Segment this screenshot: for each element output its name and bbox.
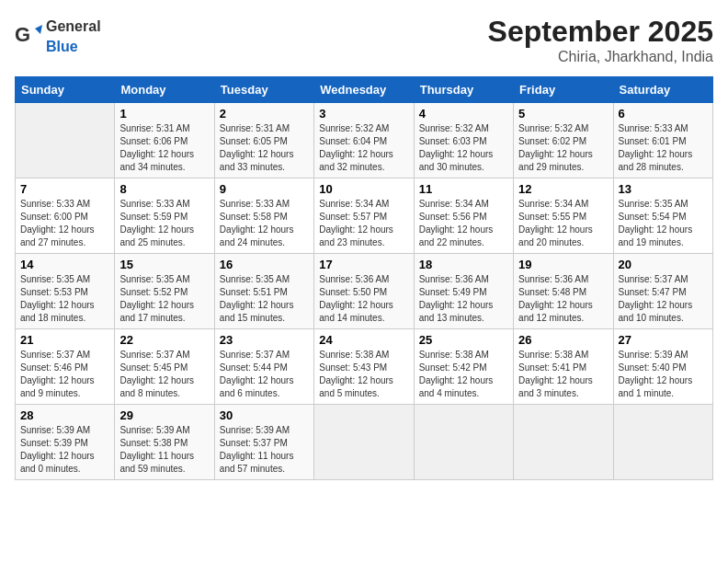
day-info: Sunrise: 5:37 AM Sunset: 5:44 PM Dayligh… [220, 349, 309, 400]
day-number: 14 [20, 258, 109, 271]
day-number: 27 [619, 333, 708, 347]
week-row-1: 1Sunrise: 5:31 AM Sunset: 6:06 PM Daylig… [16, 103, 713, 178]
table-row: 4Sunrise: 5:32 AM Sunset: 6:03 PM Daylig… [414, 103, 513, 178]
table-row: 14Sunrise: 5:35 AM Sunset: 5:53 PM Dayli… [16, 254, 115, 329]
day-info: Sunrise: 5:35 AM Sunset: 5:52 PM Dayligh… [119, 273, 209, 325]
day-number: 22 [119, 333, 209, 347]
table-row: 2Sunrise: 5:31 AM Sunset: 6:05 PM Daylig… [214, 103, 313, 178]
col-saturday: Saturday [613, 77, 712, 103]
table-row: 1Sunrise: 5:31 AM Sunset: 6:06 PM Daylig… [115, 103, 214, 178]
day-number: 15 [119, 258, 209, 271]
day-info: Sunrise: 5:35 AM Sunset: 5:51 PM Dayligh… [220, 273, 309, 325]
day-info: Sunrise: 5:33 AM Sunset: 5:58 PM Dayligh… [220, 198, 309, 249]
calendar-title: September 2025 [488, 15, 713, 49]
day-info: Sunrise: 5:33 AM Sunset: 5:59 PM Dayligh… [119, 198, 209, 249]
table-row [613, 405, 712, 480]
table-row [314, 405, 414, 480]
day-number: 30 [220, 408, 309, 422]
logo-general: General [46, 18, 101, 34]
day-number: 16 [220, 258, 309, 271]
day-info: Sunrise: 5:36 AM Sunset: 5:48 PM Dayligh… [518, 273, 608, 325]
day-number: 10 [319, 182, 408, 196]
table-row: 19Sunrise: 5:36 AM Sunset: 5:48 PM Dayli… [514, 254, 613, 329]
week-row-5: 28Sunrise: 5:39 AM Sunset: 5:39 PM Dayli… [16, 405, 713, 480]
day-info: Sunrise: 5:33 AM Sunset: 6:00 PM Dayligh… [20, 198, 109, 249]
day-number: 21 [20, 333, 109, 347]
day-info: Sunrise: 5:39 AM Sunset: 5:38 PM Dayligh… [119, 424, 209, 476]
table-row: 26Sunrise: 5:38 AM Sunset: 5:41 PM Dayli… [514, 329, 613, 405]
day-number: 7 [20, 182, 109, 196]
table-row: 24Sunrise: 5:38 AM Sunset: 5:43 PM Dayli… [314, 329, 414, 405]
calendar-subtitle: Chiria, Jharkhand, India [488, 49, 713, 65]
col-monday: Monday [115, 77, 214, 103]
col-thursday: Thursday [414, 77, 513, 103]
day-number: 29 [119, 408, 209, 422]
day-number: 19 [518, 258, 608, 271]
day-info: Sunrise: 5:32 AM Sunset: 6:03 PM Dayligh… [419, 122, 508, 174]
table-row: 6Sunrise: 5:33 AM Sunset: 6:01 PM Daylig… [613, 103, 712, 178]
svg-text:G: G [15, 23, 30, 46]
day-number: 2 [220, 107, 309, 121]
day-info: Sunrise: 5:38 AM Sunset: 5:42 PM Dayligh… [419, 349, 508, 400]
day-number: 13 [619, 182, 708, 196]
day-number: 5 [518, 107, 608, 121]
table-row: 3Sunrise: 5:32 AM Sunset: 6:04 PM Daylig… [314, 103, 414, 178]
day-info: Sunrise: 5:37 AM Sunset: 5:45 PM Dayligh… [119, 349, 209, 400]
day-info: Sunrise: 5:37 AM Sunset: 5:47 PM Dayligh… [619, 273, 708, 325]
table-row: 20Sunrise: 5:37 AM Sunset: 5:47 PM Dayli… [613, 254, 712, 329]
table-row: 8Sunrise: 5:33 AM Sunset: 5:59 PM Daylig… [115, 178, 214, 254]
day-info: Sunrise: 5:34 AM Sunset: 5:55 PM Dayligh… [518, 198, 608, 249]
logo-icon: G [15, 21, 42, 49]
table-row: 30Sunrise: 5:39 AM Sunset: 5:37 PM Dayli… [214, 405, 313, 480]
day-number: 24 [319, 333, 408, 347]
table-row [414, 405, 513, 480]
day-info: Sunrise: 5:35 AM Sunset: 5:53 PM Dayligh… [20, 273, 109, 325]
col-wednesday: Wednesday [314, 77, 414, 103]
table-row: 7Sunrise: 5:33 AM Sunset: 6:00 PM Daylig… [16, 178, 115, 254]
calendar-header-row: Sunday Monday Tuesday Wednesday Thursday… [16, 77, 713, 103]
week-row-3: 14Sunrise: 5:35 AM Sunset: 5:53 PM Dayli… [16, 254, 713, 329]
day-number: 25 [419, 333, 508, 347]
logo-blue: Blue [46, 39, 78, 54]
table-row: 28Sunrise: 5:39 AM Sunset: 5:39 PM Dayli… [16, 405, 115, 480]
table-row: 22Sunrise: 5:37 AM Sunset: 5:45 PM Dayli… [115, 329, 214, 405]
svg-marker-1 [35, 25, 42, 34]
day-info: Sunrise: 5:31 AM Sunset: 6:06 PM Dayligh… [119, 122, 209, 174]
day-info: Sunrise: 5:34 AM Sunset: 5:56 PM Dayligh… [419, 198, 508, 249]
table-row: 23Sunrise: 5:37 AM Sunset: 5:44 PM Dayli… [214, 329, 313, 405]
table-row: 17Sunrise: 5:36 AM Sunset: 5:50 PM Dayli… [314, 254, 414, 329]
day-number: 18 [419, 258, 508, 271]
day-number: 17 [319, 258, 408, 271]
day-info: Sunrise: 5:37 AM Sunset: 5:46 PM Dayligh… [20, 349, 109, 400]
day-info: Sunrise: 5:34 AM Sunset: 5:57 PM Dayligh… [319, 198, 408, 249]
table-row: 13Sunrise: 5:35 AM Sunset: 5:54 PM Dayli… [613, 178, 712, 254]
table-row: 12Sunrise: 5:34 AM Sunset: 5:55 PM Dayli… [514, 178, 613, 254]
calendar-table: Sunday Monday Tuesday Wednesday Thursday… [15, 76, 713, 480]
day-info: Sunrise: 5:39 AM Sunset: 5:37 PM Dayligh… [220, 424, 309, 476]
table-row: 16Sunrise: 5:35 AM Sunset: 5:51 PM Dayli… [214, 254, 313, 329]
day-info: Sunrise: 5:33 AM Sunset: 6:01 PM Dayligh… [619, 122, 708, 174]
logo: G General Blue [15, 15, 101, 55]
day-info: Sunrise: 5:39 AM Sunset: 5:39 PM Dayligh… [20, 424, 109, 476]
day-info: Sunrise: 5:36 AM Sunset: 5:50 PM Dayligh… [319, 273, 408, 325]
table-row: 11Sunrise: 5:34 AM Sunset: 5:56 PM Dayli… [414, 178, 513, 254]
day-info: Sunrise: 5:36 AM Sunset: 5:49 PM Dayligh… [419, 273, 508, 325]
day-info: Sunrise: 5:38 AM Sunset: 5:43 PM Dayligh… [319, 349, 408, 400]
day-number: 4 [419, 107, 508, 121]
day-number: 26 [518, 333, 608, 347]
day-number: 8 [119, 182, 209, 196]
day-number: 28 [20, 408, 109, 422]
table-row: 10Sunrise: 5:34 AM Sunset: 5:57 PM Dayli… [314, 178, 414, 254]
week-row-4: 21Sunrise: 5:37 AM Sunset: 5:46 PM Dayli… [16, 329, 713, 405]
day-number: 9 [220, 182, 309, 196]
day-info: Sunrise: 5:32 AM Sunset: 6:04 PM Dayligh… [319, 122, 408, 174]
table-row: 27Sunrise: 5:39 AM Sunset: 5:40 PM Dayli… [613, 329, 712, 405]
day-number: 23 [220, 333, 309, 347]
day-number: 11 [419, 182, 508, 196]
table-row: 21Sunrise: 5:37 AM Sunset: 5:46 PM Dayli… [16, 329, 115, 405]
day-number: 20 [619, 258, 708, 271]
col-sunday: Sunday [16, 77, 115, 103]
col-tuesday: Tuesday [214, 77, 313, 103]
table-row: 5Sunrise: 5:32 AM Sunset: 6:02 PM Daylig… [514, 103, 613, 178]
table-row: 15Sunrise: 5:35 AM Sunset: 5:52 PM Dayli… [115, 254, 214, 329]
